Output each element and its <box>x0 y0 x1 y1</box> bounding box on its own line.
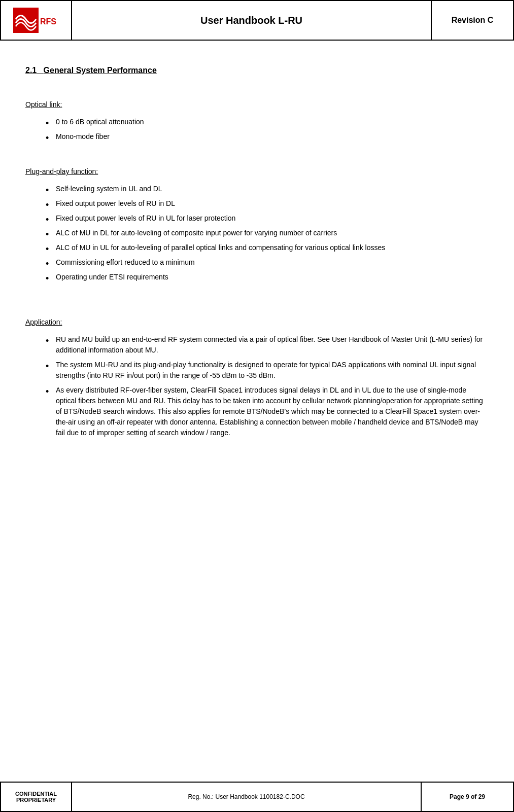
footer: CONFIDENTIAL PROPRIETARY Reg. No.: User … <box>0 782 514 812</box>
plug-and-play-heading: Plug-and-play function: <box>25 167 489 175</box>
section-title: General System Performance <box>44 66 157 75</box>
rfs-logo-icon: RFS <box>11 5 61 36</box>
list-item: Fixed output power levels of RU in UL fo… <box>46 213 489 224</box>
list-item: Mono-mode fiber <box>46 131 489 142</box>
list-item: Commissioning effort reduced to a minimu… <box>46 257 489 268</box>
list-item: Self-leveling system in UL and DL <box>46 184 489 194</box>
optical-link-list: 0 to 6 dB optical attenuation Mono-mode … <box>46 117 489 142</box>
header-revision: Revision C <box>432 1 513 40</box>
footer-confidential-line2: PROPRIETARY <box>16 797 56 803</box>
section-heading: 2.1 General System Performance <box>25 66 489 75</box>
page-wrapper: RFS User Handbook L-RU Revision C 2.1 Ge… <box>0 0 514 812</box>
footer-confidential: CONFIDENTIAL PROPRIETARY <box>1 783 72 811</box>
header-revision-text: Revision C <box>452 16 494 25</box>
list-item: RU and MU build up an end-to-end RF syst… <box>46 334 489 356</box>
header-logo: RFS <box>1 1 72 40</box>
list-item: Operating under ETSI requirements <box>46 272 489 283</box>
header-title-text: User Handbook L-RU <box>200 15 302 26</box>
application-heading: Application: <box>25 318 489 326</box>
list-item: As every distributed RF-over-fiber syste… <box>46 385 489 438</box>
svg-text:RFS: RFS <box>40 17 56 26</box>
footer-page-text: Page 9 of 29 <box>450 793 485 800</box>
list-item: ALC of MU in DL for auto-leveling of com… <box>46 228 489 238</box>
footer-page: Page 9 of 29 <box>422 783 513 811</box>
footer-confidential-line1: CONFIDENTIAL <box>15 791 57 797</box>
list-item: ALC of MU in UL for auto-leveling of par… <box>46 242 489 253</box>
header: RFS User Handbook L-RU Revision C <box>0 0 514 41</box>
footer-reg-no: Reg. No.: User Handbook 1100182-C.DOC <box>72 783 422 811</box>
optical-link-heading: Optical link: <box>25 100 489 109</box>
footer-reg-no-text: Reg. No.: User Handbook 1100182-C.DOC <box>188 793 304 800</box>
list-item: The system MU-RU and its plug-and-play f… <box>46 360 489 381</box>
section-number: 2.1 <box>25 66 37 75</box>
plug-and-play-list: Self-leveling system in UL and DL Fixed … <box>46 184 489 283</box>
list-item: Fixed output power levels of RU in DL <box>46 198 489 209</box>
main-content: 2.1 General System Performance Optical l… <box>0 41 514 812</box>
list-item: 0 to 6 dB optical attenuation <box>46 117 489 127</box>
header-title: User Handbook L-RU <box>72 1 432 40</box>
application-list: RU and MU build up an end-to-end RF syst… <box>46 334 489 438</box>
